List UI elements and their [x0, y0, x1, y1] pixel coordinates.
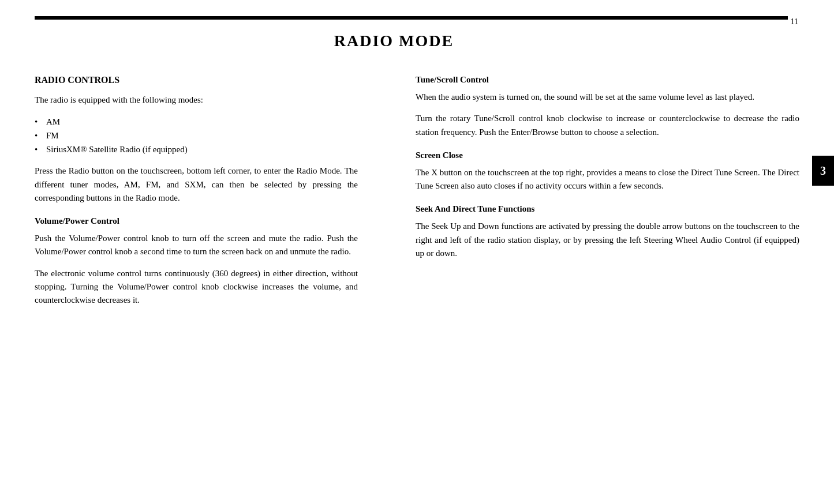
seek-heading: Seek And Direct Tune Functions — [416, 204, 799, 214]
tune-scroll-heading: Tune/Scroll Control — [416, 75, 799, 85]
tune-para1: When the audio system is turned on, the … — [416, 91, 799, 104]
volume-para2: The electronic volume control turns cont… — [35, 267, 358, 307]
chapter-tab: 3 — [812, 156, 834, 186]
page-container: 11 3 RADIO MODE RADIO CONTROLS The radio… — [0, 0, 834, 504]
seek-para: The Seek Up and Down functions are activ… — [416, 220, 799, 260]
radio-controls-heading: RADIO CONTROLS — [35, 75, 358, 85]
intro-text: The radio is equipped with the following… — [35, 93, 358, 107]
screen-close-heading: Screen Close — [416, 151, 799, 160]
volume-para1: Push the Volume/Power control knob to tu… — [35, 232, 358, 259]
page-number: 11 — [791, 17, 798, 27]
left-column: RADIO CONTROLS The radio is equipped wit… — [35, 75, 358, 315]
right-column: Tune/Scroll Control When the audio syste… — [416, 75, 799, 268]
list-item: AM — [35, 115, 358, 129]
volume-power-heading: Volume/Power Control — [35, 216, 358, 226]
radio-body-paragraph: Press the Radio button on the touchscree… — [35, 164, 358, 205]
page-title: RADIO MODE — [0, 32, 788, 50]
tune-para2: Turn the rotary Tune/Scroll control knob… — [416, 112, 799, 139]
screen-close-para: The X button on the touchscreen at the t… — [416, 166, 799, 193]
list-item: FM — [35, 129, 358, 142]
bullet-list: AM FM SiriusXM® Satellite Radio (if equi… — [35, 115, 358, 156]
top-bar — [35, 16, 788, 20]
list-item: SiriusXM® Satellite Radio (if equipped) — [35, 142, 358, 156]
